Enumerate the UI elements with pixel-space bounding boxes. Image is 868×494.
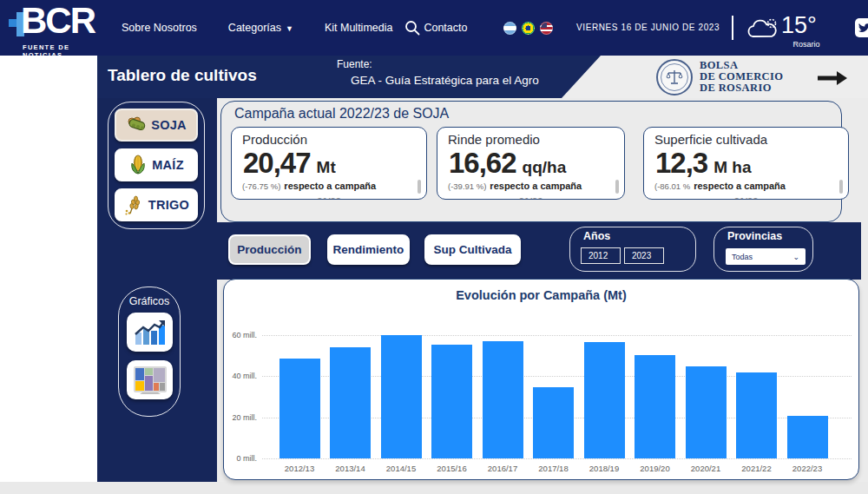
bcr-logo[interactable]: BCR FUENTE DE NOTICIAS: [7, 3, 111, 54]
kpi-unit: qq/ha: [523, 158, 567, 177]
nav-link-kit-multimedia[interactable]: Kit Multimedia: [325, 22, 393, 34]
bar-2018/19[interactable]: [584, 342, 625, 458]
next-arrow-button[interactable]: [818, 71, 847, 83]
metric-button-produccion[interactable]: Producción: [228, 234, 311, 265]
bar-chart-view-button[interactable]: [127, 313, 173, 352]
temperature-value: 15°: [781, 12, 817, 39]
bolsa-org-name: BOLSA DE COMERCIO DE ROSARIO: [700, 60, 783, 94]
usa-flag-icon[interactable]: [540, 22, 553, 35]
crop-button-maiz[interactable]: MAÍZ: [115, 148, 198, 181]
kpi-unit: Mt: [317, 158, 336, 177]
date-text: VIERNES 16 DE JUNIO DE 2023: [576, 23, 715, 32]
kpi-note: respecto a campaña: [490, 181, 582, 191]
weather-city: Rosario: [784, 40, 829, 49]
chevron-down-icon: ⌄: [792, 253, 799, 261]
bottom-strip: [0, 482, 868, 494]
divider: [732, 16, 733, 40]
bar-2013/14[interactable]: [330, 347, 371, 458]
x-axis-label: 2017/18: [529, 464, 579, 473]
kpi-value: 12,3: [655, 147, 707, 180]
y-axis-tick: 20 mill.: [224, 413, 257, 422]
kpi-unit: M ha: [713, 158, 751, 177]
provinces-dropdown[interactable]: Todas ⌄: [726, 248, 806, 265]
provinces-dropdown-value: Todas: [732, 253, 753, 261]
gridline: [262, 335, 852, 336]
provinces-filter-label: Provincias: [727, 230, 782, 242]
bar-2020/21[interactable]: [686, 366, 727, 458]
y-axis-tick: 60 mill.: [224, 331, 257, 339]
dashboard-title: Tablero de cultivos: [108, 66, 257, 85]
x-axis-label: 2019/20: [630, 464, 681, 473]
charts-panel-label: Gráficos: [118, 295, 181, 307]
page-margin: [0, 56, 97, 482]
kpi-note: respecto a campaña: [694, 181, 786, 191]
kpi-delta: (-39.91 %): [448, 181, 486, 191]
bar-chart-icon: [134, 319, 167, 346]
x-axis-label: 2013/14: [326, 464, 376, 473]
bcr-logo-text: BCR: [21, 0, 95, 42]
years-filter-label: Años: [583, 230, 610, 242]
background-sliver: [861, 222, 868, 280]
source-value: GEA - Guía Estratégica para el Agro: [351, 74, 539, 87]
kpi-card-rinde: Rinde promedio 16,62 qq/ha (-39.91 %) re…: [437, 127, 625, 200]
kpi-delta: (-76.75 %): [242, 181, 280, 191]
bar-2012/13[interactable]: [279, 359, 320, 458]
metric-button-rendimiento[interactable]: Rendimiento: [327, 234, 410, 265]
kpi-value: 20,47: [243, 147, 311, 180]
scrollbar-thumb[interactable]: [418, 180, 421, 194]
year-from-input[interactable]: 2012: [581, 247, 621, 264]
x-axis-label: 2014/15: [376, 464, 426, 473]
bar-2022/23[interactable]: [787, 416, 828, 458]
crop-button-trigo[interactable]: TRIGO: [115, 188, 198, 221]
bar-2021/22[interactable]: [736, 372, 777, 458]
x-axis-label: 2015/16: [427, 464, 477, 473]
kpi-note: respecto a campaña: [284, 181, 376, 191]
wheat-icon: [123, 194, 144, 215]
bar-2014/15[interactable]: [381, 335, 422, 458]
bar-2015/16[interactable]: [431, 345, 472, 458]
source-label: Fuente:: [337, 58, 372, 70]
x-axis-label: 2012/13: [274, 464, 325, 473]
campaign-section-title: Campaña actual 2022/23 de SOJA: [234, 106, 449, 122]
kpi-label: Producción: [242, 132, 307, 147]
metric-button-sup-cultivada[interactable]: Sup Cultivada: [424, 234, 521, 265]
top-navbar: BCR FUENTE DE NOTICIAS Sobre Nosotros Ca…: [0, 0, 868, 56]
kpi-label: Superficie cultivada: [654, 132, 767, 147]
search-icon[interactable]: [404, 20, 420, 36]
x-axis-label: 2020/21: [681, 464, 731, 473]
kpi-card-superficie: Superficie cultivada 12,3 M ha (-86.01 %…: [643, 127, 849, 200]
y-axis-tick: 40 mill.: [224, 372, 257, 380]
soybean-icon: [126, 115, 147, 135]
gridline: [262, 458, 852, 459]
bolsa-seal-icon: [656, 59, 693, 96]
evolution-chart-card: Evolución por Campaña (Mt) 0 mill.20 mil…: [223, 279, 859, 480]
kpi-card-produccion: Producción 20,47 Mt (-76.75 %) respecto …: [231, 127, 427, 200]
twitter-icon[interactable]: [855, 18, 868, 37]
kpi-note-clipped: 21/22: [232, 196, 426, 200]
page: BCR FUENTE DE NOTICIAS Sobre Nosotros Ca…: [0, 0, 868, 494]
nav-link-categorias[interactable]: Categorías▼: [228, 22, 293, 34]
nav-link-contacto[interactable]: Contacto: [424, 22, 467, 34]
treemap-view-button[interactable]: [127, 360, 173, 399]
language-flags: [503, 22, 553, 35]
bar-2019/20[interactable]: [635, 355, 675, 458]
treemap-icon: [134, 366, 167, 394]
kpi-label: Rinde promedio: [448, 132, 540, 147]
crop-button-soja[interactable]: SOJA: [115, 109, 198, 142]
x-axis-label: 2016/17: [477, 464, 528, 473]
bar-2017/18[interactable]: [533, 387, 574, 458]
x-axis-label: 2021/22: [732, 464, 782, 473]
kpi-value: 16,62: [449, 147, 516, 180]
scrollbar-thumb[interactable]: [615, 180, 619, 194]
x-axis-label: 2022/23: [782, 464, 832, 473]
nav-link-sobre-nosotros[interactable]: Sobre Nosotros: [122, 22, 197, 34]
y-axis-tick: 0 mill.: [224, 454, 257, 463]
kpi-delta: (-86.01 %: [654, 181, 690, 191]
bar-2016/17[interactable]: [483, 341, 523, 458]
year-to-input[interactable]: 2023: [624, 247, 664, 264]
argentina-flag-icon[interactable]: [503, 22, 516, 35]
chart-title: Evolución por Campaña (Mt): [224, 288, 858, 302]
scrollbar-thumb[interactable]: [839, 180, 843, 194]
chevron-down-icon: ▼: [286, 24, 293, 33]
brazil-flag-icon[interactable]: [522, 22, 535, 35]
